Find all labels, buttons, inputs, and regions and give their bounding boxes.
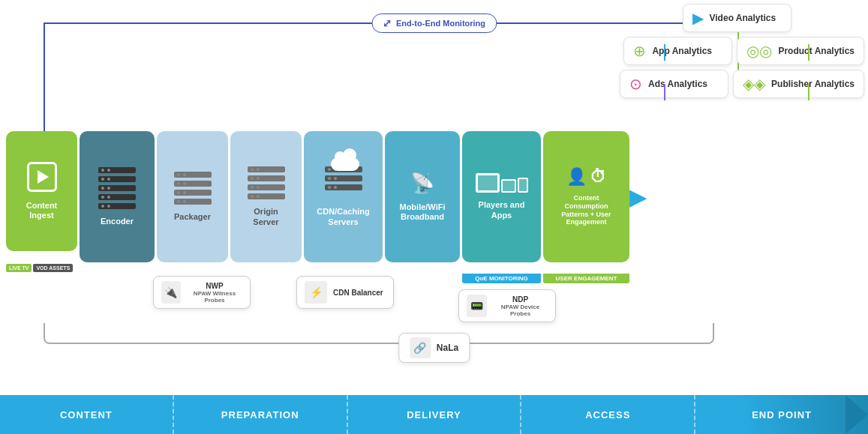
app-analytics-card[interactable]: ⊕ App Analytics (623, 37, 732, 65)
ndp-subtitle: NPAW Device Probes (493, 304, 548, 317)
publisher-analytics-icon: ◈◈ (743, 75, 765, 93)
analytics-row-3: ⊙ Ads Analytics ◈◈ Publisher Analytics (609, 70, 864, 98)
analytics-row-1: ▶ Video Analytics (609, 4, 864, 32)
mobile-wifi-card: 📡 Mobile/WiFiBroadband (385, 131, 460, 262)
ads-analytics-card[interactable]: ⊙ Ads Analytics (620, 70, 728, 98)
publisher-analytics-card[interactable]: ◈◈ Publisher Analytics (733, 70, 864, 98)
product-analytics-label: Product Analytics (778, 46, 854, 56)
video-analytics-icon: ▶ (692, 9, 704, 27)
bracket (44, 323, 714, 344)
nwp-text: NWP NPAW Witness Probes (187, 282, 242, 304)
nala-label: NaLa (437, 343, 458, 353)
app-analytics-label: App Analytics (652, 46, 712, 56)
ete-icon: ⤢ (383, 17, 392, 29)
nwp-title: NWP (187, 282, 242, 290)
mobile-wifi-label: Mobile/WiFiBroadband (399, 202, 445, 222)
nwp-icon: 🔌 (161, 281, 181, 304)
person-icon: 👤 (566, 167, 587, 187)
bottom-access: ACCESS (521, 395, 695, 434)
analytics-row-2: ⊕ App Analytics ◎◎ Product Analytics (609, 37, 864, 65)
ndp-box: 📟 NDP NPAW Device Probes (458, 289, 556, 322)
cdn-balancer-text: CDN Balancer (333, 289, 383, 297)
cloud-icon (331, 157, 359, 171)
vline-publisher (808, 84, 809, 100)
players-apps-label: Players andApps (479, 200, 525, 220)
cdn-caching-label: CDN/CachingServers (317, 207, 369, 226)
video-analytics-label: Video Analytics (710, 13, 776, 23)
vline-video-app (664, 44, 665, 61)
live-tag: LIVE TV (6, 264, 32, 272)
engagement-label: ContentConsumptionPatterns + UserEngagem… (561, 194, 611, 226)
qoe-tag: QoE MONITORING (462, 274, 541, 283)
bottom-arrow (845, 395, 868, 434)
packager-card: Packager 🔌 NWP NPAW Witness Probes (157, 131, 228, 262)
main-container: ⤢ End-to-End Monitoring ▶ Video Analytic… (0, 0, 868, 434)
bottom-content: CONTENT (0, 395, 174, 434)
origin-server-label: OriginServer (253, 207, 278, 226)
video-analytics-card[interactable]: ▶ Video Analytics (683, 4, 791, 32)
ndp-icon: 📟 (467, 295, 487, 317)
bottom-preparation: PREPARATION (174, 395, 348, 434)
vline-product (808, 44, 809, 61)
user-engagement-tag: USER ENGAGEMENT (543, 274, 629, 283)
packager-label: Packager (174, 212, 211, 222)
nwp-box: 🔌 NWP NPAW Witness Probes (153, 276, 251, 309)
vod-tag: VOD ASSETS (33, 264, 73, 272)
engagement-icons: 👤 ⏱ (566, 167, 606, 187)
product-analytics-icon: ◎◎ (746, 42, 772, 60)
bottom-bar: CONTENT PREPARATION DELIVERY ACCESS END … (0, 395, 868, 434)
encoder-label: Encoder (101, 217, 134, 226)
cdn-balancer-icon: ⚡ (305, 281, 327, 304)
players-apps-icon (476, 173, 528, 193)
packager-icon (174, 172, 212, 205)
bottom-delivery: DELIVERY (348, 395, 522, 434)
origin-server-icon (248, 166, 285, 199)
engagement-card: 👤 ⏱ ContentConsumptionPatterns + UserEng… (543, 131, 629, 262)
cdn-balancer-title: CDN Balancer (333, 289, 383, 297)
ndp-text: NDP NPAW Device Probes (493, 295, 548, 317)
nala-icon: 🔗 (410, 337, 431, 358)
content-ingest-label: Content Ingest (26, 201, 58, 220)
ete-left-line (44, 22, 45, 139)
ads-analytics-label: Ads Analytics (648, 79, 707, 89)
cdn-balancer-box: ⚡ CDN Balancer (296, 276, 394, 309)
bottom-sections: CONTENT PREPARATION DELIVERY ACCESS END … (0, 395, 868, 434)
publisher-analytics-label: Publisher Analytics (771, 79, 854, 89)
cdn-caching-icon (325, 166, 362, 195)
vline-app-ads (664, 84, 665, 100)
content-ingest-icon (27, 162, 57, 192)
product-analytics-card[interactable]: ◎◎ Product Analytics (737, 37, 864, 65)
encoder-card: Encoder (80, 131, 155, 262)
pipeline-row: Content Ingest LIVE TV VOD ASSETS Encode… (6, 131, 629, 262)
origin-server-card: OriginServer (230, 131, 302, 262)
nala-box: 🔗 NaLa (398, 333, 470, 363)
mobile-wifi-icon: 📡 (410, 172, 434, 195)
live-vod-tags: LIVE TV VOD ASSETS (6, 264, 73, 272)
nwp-subtitle: NPAW Witness Probes (187, 290, 242, 304)
right-arrow: ▶ (629, 184, 646, 209)
bottom-endpoint: END POINT (695, 395, 868, 434)
encoder-icon (98, 167, 136, 209)
ete-text: End-to-End Monitoring (396, 19, 485, 28)
ndp-title: NDP (493, 295, 548, 304)
speedometer-icon: ⏱ (590, 167, 606, 187)
content-ingest-card: Content Ingest LIVE TV VOD ASSETS (6, 131, 77, 251)
app-analytics-icon: ⊕ (633, 42, 646, 60)
ads-analytics-icon: ⊙ (629, 75, 642, 93)
ete-label: ⤢ End-to-End Monitoring (371, 13, 497, 33)
analytics-section: ▶ Video Analytics ⊕ App Analytics ◎◎ Pro… (609, 4, 864, 103)
players-apps-card: Players andApps QoE MONITORING 📟 NDP NPA… (462, 131, 541, 262)
cdn-caching-card: CDN/CachingServers ⚡ CDN Balancer (304, 131, 383, 262)
